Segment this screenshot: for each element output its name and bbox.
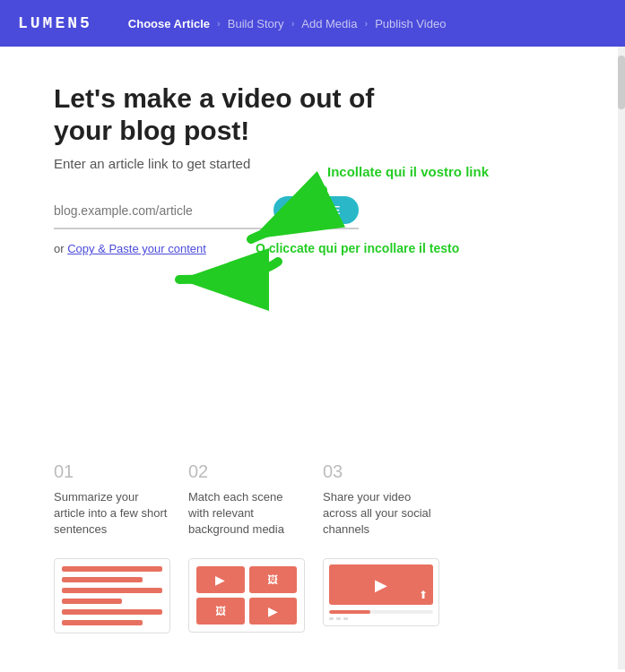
nav-step-publish-video[interactable]: Publish Video: [375, 17, 446, 30]
video-progress-fill: [329, 610, 370, 614]
article-line-2: [62, 577, 143, 582]
article-lines: [62, 566, 162, 625]
image-icon-1: 🖼: [267, 573, 278, 586]
play-icon-2: ▶: [268, 604, 278, 618]
video-dots: [329, 617, 433, 620]
step-2-illustration: ▶ 🖼 🖼 ▶: [188, 558, 305, 633]
nav-step-add-media[interactable]: Add Media: [301, 17, 357, 30]
video-upload-icon: ⬆: [419, 589, 428, 601]
create-button[interactable]: CREATE: [273, 196, 359, 224]
video-dot-3: [343, 617, 348, 620]
page-heading: Let's make a video out of your blog post…: [54, 82, 439, 147]
scrollbar-thumb[interactable]: [618, 56, 625, 109]
image-icon-2: 🖼: [215, 605, 226, 617]
main-content: Let's make a video out of your blog post…: [0, 47, 625, 669]
chevron-icon-2: ›: [291, 18, 295, 29]
navbar: LUMEN5 Choose Article › Build Story › Ad…: [0, 0, 625, 47]
step-1-text: Summarize your article into a few short …: [54, 489, 170, 547]
video-play-icon: ▶: [375, 575, 387, 595]
article-line-4: [62, 599, 122, 604]
or-text: or: [54, 242, 65, 255]
media-cell-1: ▶: [196, 566, 245, 593]
article-line-6: [62, 620, 143, 625]
step-1-number: 01: [54, 461, 170, 482]
page-subheading: Enter an article link to get started: [54, 156, 439, 171]
article-line-3: [62, 588, 162, 593]
step-3-text: Share your video across all your social …: [323, 489, 439, 547]
video-dot-1: [329, 617, 334, 620]
step-1: 01 Summarize your article into a few sho…: [54, 461, 170, 633]
steps-section: 01 Summarize your article into a few sho…: [54, 461, 439, 633]
media-cell-3: 🖼: [196, 598, 245, 625]
media-cell-4: ▶: [249, 598, 298, 625]
video-progress-bar: [329, 610, 433, 614]
media-grid: ▶ 🖼 🖼 ▶: [196, 566, 297, 625]
step-1-illustration: [54, 558, 170, 633]
play-icon-1: ▶: [215, 573, 225, 587]
scrollbar[interactable]: [618, 47, 625, 669]
nav-step-choose-article[interactable]: Choose Article: [128, 17, 210, 30]
step-3-illustration: ▶ ⬆: [323, 558, 439, 626]
media-cell-2: 🖼: [249, 566, 298, 593]
nav-step-build-story[interactable]: Build Story: [228, 17, 284, 30]
url-input-row: CREATE: [54, 196, 359, 229]
step-3-number: 03: [323, 461, 439, 482]
step-2-number: 02: [188, 461, 305, 482]
article-line-1: [62, 566, 162, 572]
video-dot-2: [336, 617, 341, 620]
article-url-input[interactable]: [54, 203, 265, 218]
nav-steps: Choose Article › Build Story › Add Media…: [128, 17, 447, 30]
video-preview: ▶ ⬆: [329, 564, 433, 605]
step-3: 03 Share your video across all your soci…: [323, 461, 439, 633]
copy-paste-link[interactable]: Copy & Paste your content: [67, 242, 206, 255]
content-area: Let's make a video out of your blog post…: [54, 82, 439, 633]
or-row: or Copy & Paste your content: [54, 242, 439, 255]
chevron-icon-1: ›: [217, 18, 221, 29]
article-line-5: [62, 609, 162, 615]
logo: LUMEN5: [18, 14, 92, 32]
chevron-icon-3: ›: [364, 18, 368, 29]
step-2: 02 Match each scene with relevant backgr…: [188, 461, 305, 633]
step-2-text: Match each scene with relevant backgroun…: [188, 489, 305, 547]
